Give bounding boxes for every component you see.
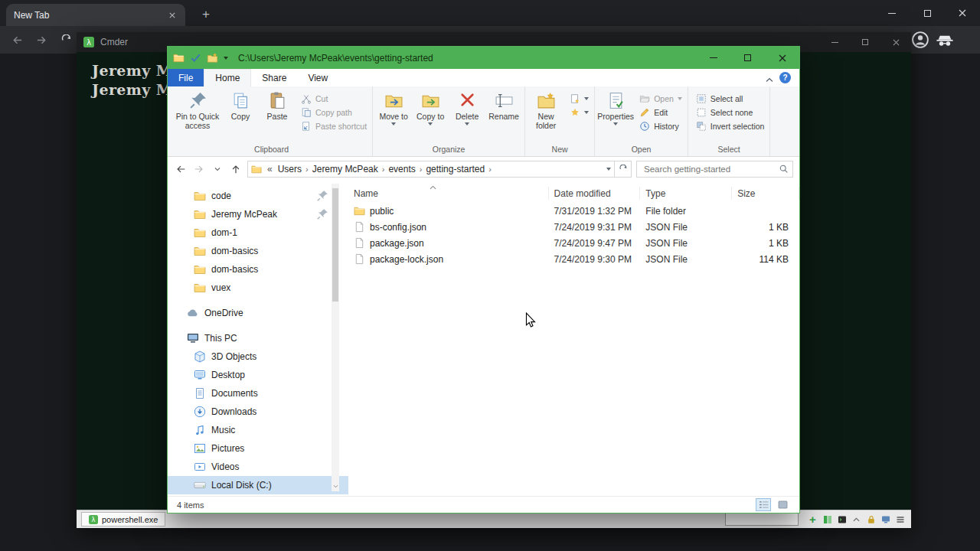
scrollbar-down-arrow-icon[interactable] [332, 482, 339, 490]
ribbon-button-paste-shortcut[interactable]: Paste shortcut [301, 120, 367, 132]
explorer-minimize-button[interactable] [696, 47, 730, 69]
lock-icon[interactable] [864, 513, 877, 526]
recent-locations-caret-icon[interactable] [211, 162, 224, 176]
cmder-console-tab[interactable]: λ powershell.exe [81, 512, 165, 527]
ribbon-tab-home[interactable]: Home [204, 69, 251, 86]
browser-forward-icon[interactable] [32, 31, 51, 49]
search-icon[interactable] [779, 164, 789, 174]
breadcrumb-overflow[interactable]: « [266, 164, 274, 174]
details-view-icon[interactable] [756, 498, 771, 511]
column-header-type[interactable]: Type [640, 187, 732, 200]
nav-forward-icon[interactable] [192, 162, 206, 176]
new-console-plus-icon[interactable]: + [806, 513, 819, 526]
breadcrumb-item-getting-started[interactable]: getting-started [423, 164, 488, 174]
help-button[interactable]: ? [779, 72, 791, 83]
ribbon-tab-file[interactable]: File [168, 69, 204, 86]
ribbon-button-copy-to[interactable]: Copy to [412, 87, 449, 144]
console-icon[interactable] [835, 513, 848, 526]
browser-close-button[interactable] [945, 0, 980, 26]
breadcrumb-item-events[interactable]: events [385, 164, 418, 174]
ribbon-button-paste[interactable]: Paste [259, 87, 296, 144]
sidebar-item-dom-basics[interactable]: dom-basics [168, 260, 348, 279]
browser-maximize-button[interactable] [910, 0, 945, 26]
cmder-maximize-button[interactable] [850, 32, 880, 52]
folder-icon[interactable] [173, 52, 185, 64]
qat-dropdown-caret-icon[interactable] [224, 57, 228, 60]
file-row-public[interactable]: public7/31/2019 1:32 PMFile folder [348, 203, 799, 219]
browser-tab[interactable]: New Tab [6, 4, 185, 26]
sidebar-item-dom-1[interactable]: dom-1 [168, 223, 348, 242]
sidebar-item-vuex[interactable]: vuex [168, 279, 348, 297]
breadcrumb-item-jeremy-mcpeak[interactable]: Jeremy McPeak [309, 164, 381, 174]
sidebar-item-dom-basics[interactable]: dom-basics [168, 242, 348, 260]
scrollbar-thumb[interactable] [332, 188, 338, 302]
ribbon-tab-share[interactable]: Share [251, 69, 297, 86]
ribbon-button-delete[interactable]: Delete [449, 87, 485, 144]
column-header-date-modified[interactable]: Date modified [549, 187, 641, 200]
display-icon[interactable] [879, 513, 892, 526]
ribbon-button-easy-access[interactable] [570, 106, 589, 118]
explorer-close-button[interactable] [765, 47, 799, 69]
nav-back-icon[interactable] [174, 162, 188, 176]
menu-icon[interactable] [893, 513, 906, 526]
ribbon-button-select-all[interactable]: Select all [696, 93, 765, 104]
ribbon-button-open[interactable]: Open [639, 93, 682, 104]
ribbon-button-copy[interactable]: Copy [222, 87, 259, 144]
browser-back-icon[interactable] [8, 31, 26, 49]
search-input[interactable] [642, 164, 779, 174]
tab-close-icon[interactable] [167, 10, 178, 21]
split-panes-icon[interactable] [821, 513, 834, 526]
browser-reload-icon[interactable] [57, 31, 75, 49]
ribbon-button-cut[interactable]: Cut [301, 93, 367, 104]
breadcrumb[interactable]: « Users›Jeremy McPeak›events›getting-sta… [247, 161, 615, 178]
file-row-package-lock-json[interactable]: package-lock.json7/24/2019 9:30 PMJSON F… [348, 251, 799, 267]
properties-check-icon[interactable] [190, 52, 201, 64]
sidebar-item-music[interactable]: Music [168, 421, 348, 439]
sidebar-item-documents[interactable]: Documents [168, 384, 348, 403]
file-row-package-json[interactable]: package.json7/24/2019 9:47 PMJSON File1 … [348, 235, 799, 251]
ribbon-button-new-item[interactable] [570, 93, 589, 104]
sidebar-item-local-disk-c[interactable]: Local Disk (C:) [168, 476, 348, 494]
sidebar-item-3d-objects[interactable]: 3D Objects [168, 347, 348, 366]
nav-up-icon[interactable] [229, 162, 243, 176]
ribbon-tab-view[interactable]: View [297, 69, 338, 86]
ribbon-button-new-folder[interactable]: New folder [528, 87, 564, 144]
ribbon-button-pin-to-quick-access[interactable]: Pin to Quick access [173, 87, 222, 144]
column-header-name[interactable]: Name [348, 187, 549, 200]
cmder-minimize-button[interactable] [819, 32, 850, 52]
chevron-up-icon[interactable] [850, 513, 863, 526]
sidebar-item-pictures[interactable]: Pictures [168, 439, 348, 458]
sidebar-item-onedrive[interactable]: OneDrive [168, 304, 348, 322]
refresh-icon[interactable] [615, 161, 632, 178]
browser-minimize-button[interactable] [874, 0, 910, 26]
sidebar-item-desktop[interactable]: Desktop [168, 366, 348, 384]
ribbon-button-history[interactable]: History [639, 120, 682, 132]
new-folder-icon[interactable] [207, 52, 218, 64]
ribbon-button-move-to[interactable]: Move to [375, 87, 412, 144]
address-dropdown-caret-icon[interactable] [606, 168, 611, 171]
cmder-search-input[interactable] [725, 513, 799, 526]
explorer-titlebar[interactable]: C:\Users\Jeremy McPeak\events\getting-st… [168, 47, 799, 69]
ribbon-button-invert-selection[interactable]: Invert selection [696, 120, 765, 132]
ribbon-button-edit[interactable]: Edit [639, 106, 682, 118]
thumbnails-view-icon[interactable] [775, 498, 790, 511]
column-header-size[interactable]: Size [732, 187, 799, 200]
ribbon-button-properties[interactable]: Properties [597, 87, 634, 144]
profile-avatar-icon[interactable] [911, 31, 929, 49]
file-row-bs-config-json[interactable]: bs-config.json7/24/2019 9:31 PMJSON File… [348, 219, 799, 235]
new-tab-button[interactable]: + [198, 6, 214, 23]
search-box[interactable] [636, 161, 793, 178]
sidebar-item-videos[interactable]: Videos [168, 458, 348, 476]
breadcrumb-item-users[interactable]: Users [275, 164, 305, 174]
cmder-close-button[interactable] [880, 32, 911, 52]
sidebar-scrollbar[interactable] [332, 184, 339, 491]
ribbon-button-copy-path[interactable]: Copy path [301, 106, 367, 118]
sidebar-item-code[interactable]: code [168, 187, 348, 205]
ribbon-button-rename[interactable]: Rename [485, 87, 522, 144]
ribbon-collapse-chevron-icon[interactable] [766, 74, 773, 80]
ribbon-button-select-none[interactable]: Select none [696, 106, 765, 118]
sidebar-item-downloads[interactable]: Downloads [168, 403, 348, 421]
sidebar-item-this-pc[interactable]: This PC [168, 329, 348, 347]
explorer-maximize-button[interactable] [730, 47, 765, 69]
sidebar-item-jeremy-mcpeak[interactable]: Jeremy McPeak [168, 205, 348, 223]
